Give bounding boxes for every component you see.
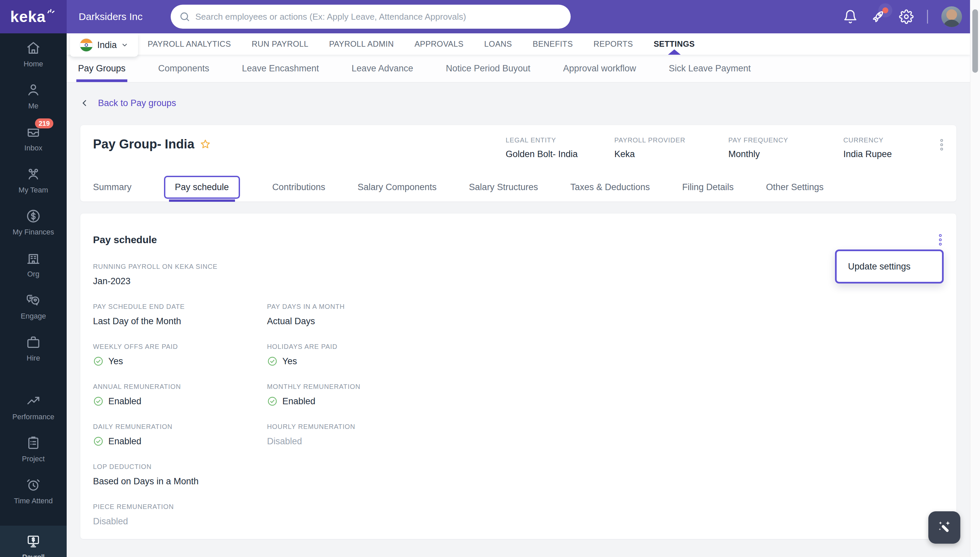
gear-icon[interactable] xyxy=(899,9,913,24)
field-value: Yes xyxy=(93,355,267,367)
subnav-item-leave-advance[interactable]: Leave Advance xyxy=(352,55,413,82)
subnav-item-sick-leave-payment[interactable]: Sick Leave Payment xyxy=(668,55,751,82)
home-icon xyxy=(26,40,41,56)
field-value-text: Based on Days in a Month xyxy=(93,476,199,487)
sidebar-item-my-team[interactable]: My Team xyxy=(0,160,67,202)
module-nav-items: PAYROLL ANALYTICSRUN PAYROLLPAYROLL ADMI… xyxy=(148,33,694,55)
payroll-module-nav: India PAYROLL ANALYTICSRUN PAYROLLPAYROL… xyxy=(67,33,970,55)
topbar-divider xyxy=(927,10,928,24)
meta-label: LEGAL ENTITY xyxy=(506,137,578,144)
tab-summary[interactable]: Summary xyxy=(93,182,131,192)
field-value: Last Day of the Month xyxy=(93,316,267,327)
pay-group-card: Pay Group- India LEGAL ENTITYGolden Bolt… xyxy=(80,125,957,202)
entity-selector[interactable]: India xyxy=(70,33,138,57)
nav-item-loans[interactable]: LOANS xyxy=(484,33,512,55)
schedule-fields: RUNNING PAYROLL ON KEKA SINCEJan-2023PAY… xyxy=(93,263,944,527)
sidebar-item-me[interactable]: Me xyxy=(0,75,67,117)
sidebar-item-payroll[interactable]: Payroll xyxy=(0,526,67,557)
nav-item-settings[interactable]: SETTINGS xyxy=(654,33,694,55)
sidebar-item-label: Payroll xyxy=(22,553,44,557)
field-value: Enabled xyxy=(93,396,267,407)
tab-other-settings[interactable]: Other Settings xyxy=(766,182,824,192)
update-settings-menu-item[interactable]: Update settings xyxy=(835,249,944,283)
sidebar-item-home[interactable]: Home xyxy=(0,33,67,75)
field-value-text: Disabled xyxy=(267,436,302,446)
sidebar-item-time-attend[interactable]: Time Attend xyxy=(0,470,67,512)
sidebar-item-label: Performance xyxy=(12,412,54,421)
tab-contributions[interactable]: Contributions xyxy=(273,182,325,192)
subnav-item-components[interactable]: Components xyxy=(158,55,209,82)
meta-label: CURRENCY xyxy=(843,137,892,144)
tab-filing-details[interactable]: Filing Details xyxy=(682,182,734,192)
timeattend-icon xyxy=(26,477,41,493)
back-to-pay-groups-link[interactable]: Back to Pay groups xyxy=(80,96,176,110)
check-circle-icon xyxy=(267,396,277,407)
page-title: Pay Group- India xyxy=(93,137,211,151)
magic-wand-fab[interactable] xyxy=(928,511,961,544)
schedule-kebab-icon[interactable] xyxy=(938,233,943,247)
keka-logo[interactable]: keka xyxy=(0,0,67,33)
sidebar-item-hire[interactable]: Hire xyxy=(0,327,67,370)
field-label: PAY SCHEDULE END DATE xyxy=(93,303,267,311)
field-holidays-are-paid: HOLIDAYS ARE PAIDYes xyxy=(267,343,944,367)
field-value-text: Jan-2023 xyxy=(93,276,131,287)
team-icon xyxy=(26,166,41,182)
section-heading: Pay schedule xyxy=(93,213,944,246)
sidebar-item-engage[interactable]: Engage xyxy=(0,285,67,327)
scrollbar-track[interactable] xyxy=(970,0,980,557)
sidebar-item-inbox[interactable]: 219Inbox xyxy=(0,117,67,160)
scrollbar-thumb[interactable] xyxy=(972,9,978,73)
search-icon xyxy=(179,11,190,22)
rocket-badge xyxy=(882,7,888,13)
sidebar-item-performance[interactable]: Performance xyxy=(0,386,67,428)
star-icon[interactable] xyxy=(200,139,211,150)
subnav-item-notice-period-buyout[interactable]: Notice Period Buyout xyxy=(446,55,531,82)
sidebar-item-my-finances[interactable]: My Finances xyxy=(0,202,67,243)
check-circle-icon xyxy=(267,356,277,366)
hire-icon xyxy=(26,334,41,350)
sidebar: HomeMe219InboxMy TeamMy FinancesOrgEngag… xyxy=(0,33,67,557)
nav-item-reports[interactable]: REPORTS xyxy=(594,33,633,55)
group-kebab-icon[interactable] xyxy=(939,138,944,152)
me-icon xyxy=(26,82,41,98)
search-input[interactable] xyxy=(195,12,562,22)
tab-salary-structures[interactable]: Salary Structures xyxy=(469,182,538,192)
check-circle-icon xyxy=(93,396,104,407)
nav-item-payroll-admin[interactable]: PAYROLL ADMIN xyxy=(329,33,394,55)
active-nav-arrow xyxy=(668,49,681,55)
tab-pay-schedule[interactable]: Pay schedule xyxy=(164,176,240,199)
subnav-item-leave-encashment[interactable]: Leave Encashment xyxy=(242,55,319,82)
sidebar-item-label: Me xyxy=(28,102,39,111)
meta-value: India Rupee xyxy=(843,149,892,160)
field-label: DAILY REMUNERATION xyxy=(93,423,267,431)
finances-icon xyxy=(26,208,41,224)
nav-item-payroll-analytics[interactable]: PAYROLL ANALYTICS xyxy=(148,33,231,55)
field-value-text: Actual Days xyxy=(267,316,315,327)
field-pay-days-in-a-month: PAY DAYS IN A MONTHActual Days xyxy=(267,303,944,327)
nav-item-run-payroll[interactable]: RUN PAYROLL xyxy=(251,33,308,55)
nav-item-approvals[interactable]: APPROVALS xyxy=(414,33,463,55)
bell-icon[interactable] xyxy=(843,9,858,24)
top-actions xyxy=(843,0,962,33)
tab-salary-components[interactable]: Salary Components xyxy=(358,182,436,192)
field-value-text: Enabled xyxy=(282,396,315,407)
field-value-text: Last Day of the Month xyxy=(93,316,181,327)
avatar[interactable] xyxy=(941,7,962,27)
field-row: PAY SCHEDULE END DATELast Day of the Mon… xyxy=(93,303,944,327)
payroll-icon xyxy=(26,534,41,549)
nav-item-benefits[interactable]: BENEFITS xyxy=(533,33,573,55)
tab-taxes-deductions[interactable]: Taxes & Deductions xyxy=(570,182,650,192)
field-value-text: Yes xyxy=(282,356,297,366)
global-search[interactable] xyxy=(171,5,571,29)
main-content: Back to Pay groups Pay Group- India LEGA… xyxy=(67,83,970,557)
avatar-head xyxy=(946,9,957,20)
check-circle-icon xyxy=(93,356,104,366)
back-link-label: Back to Pay groups xyxy=(98,98,176,108)
sidebar-item-org[interactable]: Org xyxy=(0,243,67,285)
subnav-item-pay-groups[interactable]: Pay Groups xyxy=(78,55,126,82)
field-running-payroll-on-keka-since: RUNNING PAYROLL ON KEKA SINCEJan-2023 xyxy=(93,263,267,287)
subnav-item-approval-workflow[interactable]: Approval workflow xyxy=(563,55,636,82)
sidebar-item-project[interactable]: Project xyxy=(0,428,67,470)
rocket-icon[interactable] xyxy=(871,9,886,24)
field-value: Jan-2023 xyxy=(93,275,267,287)
